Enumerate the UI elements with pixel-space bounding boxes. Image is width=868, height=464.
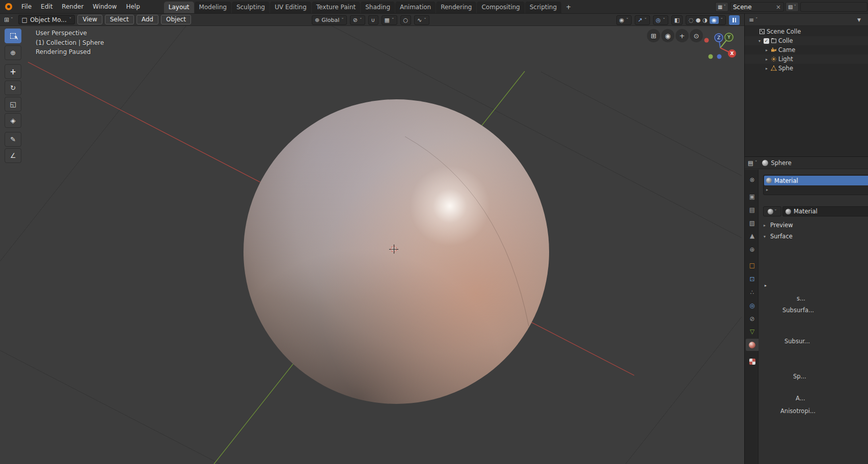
tab-scene[interactable]: ▲ [746, 230, 758, 242]
menu-window[interactable]: Window [88, 3, 121, 10]
node-collapsed-icon[interactable]: ▸ [763, 283, 768, 288]
tab-particles[interactable]: ∴ [746, 286, 758, 298]
tab-sculpting[interactable]: Sculpting [232, 2, 269, 13]
nav-zoom-button[interactable]: ⊙ [690, 29, 703, 42]
annotate-tool[interactable]: ✎ [5, 132, 21, 147]
shading-solid-button[interactable]: ● [696, 17, 701, 23]
tab-object-data[interactable]: ▽ [746, 325, 758, 338]
blender-logo-icon[interactable] [5, 3, 12, 10]
tab-material[interactable] [746, 339, 758, 351]
tab-rendering[interactable]: Rendering [436, 2, 476, 13]
tab-texture-paint[interactable]: Texture Paint [312, 2, 360, 13]
outliner-row-camera[interactable]: ▸ Came [745, 45, 868, 54]
nav-grid-button[interactable]: ⊞ [647, 29, 660, 42]
tab-texture[interactable] [746, 356, 758, 368]
material-name-field[interactable]: Material [782, 206, 868, 216]
transform-tool[interactable]: ◈ [5, 113, 21, 128]
nav-pan-button[interactable]: + [675, 29, 689, 42]
falloff-dropdown[interactable]: ∿ ˅ [414, 15, 429, 25]
tab-physics[interactable]: ◎ [746, 299, 758, 312]
tab-output[interactable]: ▤ [746, 204, 758, 216]
disclosure-right-icon[interactable]: ▸ [764, 57, 769, 62]
tab-shading[interactable]: Shading [361, 2, 395, 13]
slot-expand-icon[interactable]: ▸ [766, 187, 768, 192]
disclosure-right-icon[interactable]: ▸ [764, 66, 769, 71]
outliner-row-collection[interactable]: ▾ ✓ Colle [745, 36, 868, 45]
texture-tab-icon [749, 359, 755, 365]
proportional-toggle[interactable]: ○ [400, 15, 412, 25]
surface-panel-header[interactable]: ▾ Surface [762, 233, 793, 240]
menu-add[interactable]: Add [137, 15, 158, 24]
snap-toggle[interactable]: ∪ [368, 15, 378, 25]
scale-tool[interactable]: ◱ [5, 97, 21, 112]
rotate-tool[interactable]: ↻ [5, 80, 21, 95]
scene-unlink-icon[interactable]: × [776, 4, 781, 11]
shading-rendered-button[interactable]: ◉ [710, 16, 719, 24]
view-layer-browse-button[interactable]: ▧ ˅ [785, 2, 799, 12]
scene-name-field[interactable]: Scene × [730, 2, 784, 12]
properties-editor-button[interactable]: ▤ ˅ [748, 159, 757, 167]
cursor-tool[interactable]: ⊕ [5, 45, 21, 60]
outliner-row-light[interactable]: ▸ Light [745, 54, 868, 64]
xray-icon: ◧ [674, 17, 680, 23]
tab-object[interactable]: □ [746, 259, 758, 271]
tab-render[interactable]: ▣ [746, 190, 758, 203]
tab-uv-editing[interactable]: UV Editing [270, 2, 311, 13]
shading-wireframe-button[interactable]: ◌ [689, 17, 694, 23]
measure-tool[interactable]: ∠ [5, 148, 21, 163]
tab-constraints[interactable]: ⊘ [746, 313, 758, 325]
disclosure-down-icon[interactable]: ▾ [757, 39, 762, 43]
disclosure-right-icon[interactable]: ▸ [764, 48, 769, 52]
menu-object[interactable]: Object [161, 15, 191, 24]
select-box-tool[interactable] [5, 29, 21, 43]
add-workspace-button[interactable]: + [562, 2, 575, 13]
menu-render[interactable]: Render [57, 3, 88, 10]
menu-view[interactable]: View [77, 15, 102, 24]
breadcrumb[interactable]: Sphere [762, 159, 792, 167]
menu-help[interactable]: Help [121, 3, 144, 10]
material-slot-row[interactable]: Material [764, 176, 868, 185]
outliner-row-scene-collection[interactable]: Scene Colle [745, 27, 868, 36]
axis-gizmo[interactable]: Z Y X [702, 28, 740, 65]
row-label: Sphe [778, 65, 793, 72]
caret-icon: ˅ [69, 17, 72, 22]
orientation-dropdown[interactable]: ⊕ Global ˅ [312, 15, 347, 25]
tab-animation[interactable]: Animation [395, 2, 436, 13]
falloff-icon: ∿ [417, 17, 422, 23]
menu-edit[interactable]: Edit [36, 3, 57, 10]
move-tool[interactable]: + [5, 64, 21, 79]
xray-toggle[interactable]: ◧ [671, 15, 683, 25]
snap-dropdown[interactable]: ▦ ˅ [382, 15, 397, 25]
show-overlays-toggle[interactable]: ◎ ˅ [653, 15, 668, 25]
tab-modeling[interactable]: Modeling [195, 2, 232, 13]
outliner-editor-icon[interactable]: ≡ [749, 16, 754, 23]
filter-funnel-icon[interactable]: ▼ [857, 17, 861, 22]
transform-cluster: ⊕ Global ˅ ⊘ ˅ ∪ ▦ ˅ ○ ∿ ˅ [312, 15, 429, 25]
view-layer-field[interactable] [800, 2, 867, 12]
tab-modifiers[interactable]: ⊡ [746, 273, 758, 285]
editor-type-button[interactable]: ⊞ ˅ [4, 16, 13, 23]
tab-compositing[interactable]: Compositing [477, 2, 524, 13]
mode-selector[interactable]: □ Object Mo... ˅ [18, 15, 75, 24]
viewport-header: ⊞ ˅ □ Object Mo... ˅ View Select Add Obj… [0, 14, 744, 26]
pivot-dropdown[interactable]: ⊘ ˅ [350, 15, 365, 25]
tab-layout[interactable]: Layout [164, 2, 194, 13]
collection-checkbox[interactable]: ✓ [764, 38, 769, 44]
shading-material-button[interactable]: ◑ [702, 17, 708, 23]
preview-panel-header[interactable]: ▸ Preview [762, 222, 793, 229]
nav-camera-button[interactable]: ◉ [661, 29, 674, 42]
visibility-dropdown[interactable]: ◉ ˅ [616, 15, 632, 25]
scene-browse-button[interactable]: ▦ ˅ [715, 2, 728, 12]
render-pause-button[interactable] [729, 15, 740, 25]
outliner-row-sphere[interactable]: ▸ Sphe [745, 64, 868, 73]
outliner-header: ≡ ˅ ▼ [745, 14, 868, 26]
show-gizmo-toggle[interactable]: ↗ ˅ [635, 15, 650, 25]
browse-material-button[interactable]: ˅ [763, 206, 781, 216]
tab-tool[interactable]: ⊗ [746, 174, 758, 186]
properties-tab-column: ⊗ ▣ ▤ ▧ ▲ ⊕ □ ⊡ ∴ ◎ ⊘ ▽ [745, 170, 758, 464]
tab-world[interactable]: ⊕ [746, 243, 758, 256]
tab-view-layer[interactable]: ▧ [746, 217, 758, 229]
tab-scripting[interactable]: Scripting [525, 2, 561, 13]
menu-file[interactable]: File [17, 3, 36, 10]
menu-select[interactable]: Select [105, 15, 134, 24]
